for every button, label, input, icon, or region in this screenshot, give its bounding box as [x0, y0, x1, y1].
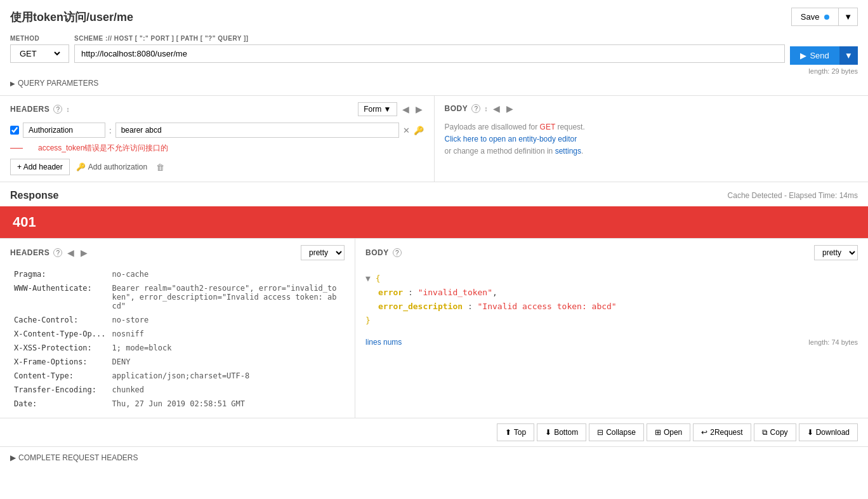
to-request-button[interactable]: ↩ 2Request [693, 423, 751, 441]
save-dot-indicator [824, 15, 829, 20]
url-section: SCHEME :// HOST [ ":" PORT ] [ PATH [ "?… [74, 35, 785, 63]
query-params-label: QUERY PARAMETERS [18, 79, 98, 88]
resp-header-row: Pragma:no-cache [11, 268, 343, 281]
response-header-row: Response Cache Detected - Elapsed Time: … [10, 190, 858, 201]
header-checkbox[interactable] [10, 126, 19, 135]
save-btn-group: Save ▼ [791, 8, 858, 26]
collapse-arrow[interactable]: ▼ [365, 274, 371, 283]
json-error-key: error [378, 288, 403, 297]
resp-header-key: Date: [11, 397, 109, 410]
lines-nums-link[interactable]: lines nums [365, 338, 402, 347]
method-label: METHOD [10, 35, 69, 42]
resp-header-row: WWW-Authenticate:Bearer realm="oauth2-re… [11, 282, 343, 312]
body-panel-title: BODY [445, 104, 468, 113]
headers-sort-icon[interactable]: ↕ [66, 105, 70, 113]
json-code: ▼ { error : "invalid_token", error_descr… [365, 267, 858, 333]
json-close-brace: } [365, 316, 371, 325]
resp-header-key: Cache-Control: [11, 314, 109, 326]
page-title: 使用token访问/user/me [10, 10, 133, 25]
resp-body-title: BODY [365, 248, 389, 257]
method-section: METHOD GET POST PUT DELETE PATCH [10, 35, 69, 63]
query-params-toggle[interactable]: ▶ QUERY PARAMETERS [10, 79, 858, 88]
resp-body-help-icon[interactable]: ? [393, 248, 402, 257]
body-help-icon[interactable]: ? [471, 104, 480, 113]
entity-body-link[interactable]: Click here to open an entity-body editor [445, 135, 577, 143]
body-panel-header: BODY ? ↕ ◀ ▶ [445, 102, 858, 115]
complete-headers-label: COMPLETE REQUEST HEADERS [18, 453, 138, 462]
add-btns-row: + Add header 🔑 Add authorization 🗑 [10, 159, 424, 175]
resp-header-row: X-XSS-Protection:1; mode=block [11, 342, 343, 354]
bottom-icon: ⬇ [545, 428, 551, 437]
resp-headers-title: HEADERS [10, 248, 49, 257]
resp-headers-help-icon[interactable]: ? [53, 248, 62, 257]
length-info: length: 29 bytes [10, 67, 858, 75]
resp-header-value: nosniff [110, 328, 344, 340]
resp-header-key: X-XSS-Protection: [11, 342, 109, 354]
body-panel: BODY ? ↕ ◀ ▶ Payloads are disallowed for… [435, 96, 869, 182]
header-key-input[interactable] [23, 123, 105, 138]
copy-button[interactable]: ⧉ Copy [754, 423, 796, 441]
body-sort-icon[interactable]: ↕ [484, 105, 488, 112]
url-label: SCHEME :// HOST [ ":" PORT ] [ PATH [ "?… [74, 35, 785, 42]
json-error-value: "invalid_token" [418, 288, 492, 297]
collapse-button[interactable]: ⊟ Collapse [589, 423, 644, 441]
resp-header-row: X-Content-Type-Op...nosniff [11, 328, 343, 340]
resp-headers-table: Pragma:no-cacheWWW-Authenticate:Bearer r… [10, 267, 345, 411]
resp-header-value: chunked [110, 383, 344, 396]
title-row: 使用token访问/user/me Save ▼ [10, 8, 858, 26]
resp-header-key: X-Frame-Options: [11, 356, 109, 368]
save-dropdown-button[interactable]: ▼ [838, 8, 858, 26]
body-collapse-right[interactable]: ▶ [505, 102, 515, 115]
headers-help-icon[interactable]: ? [53, 105, 62, 114]
headers-body-section: HEADERS ? ↕ Form ▼ ◀ ▶ : ✕ 🔑 access_toke… [0, 96, 868, 182]
query-params-row: ▶ QUERY PARAMETERS [10, 79, 858, 88]
dash-line [10, 148, 23, 149]
headers-form-dropdown[interactable]: Form ▼ [358, 102, 397, 116]
resp-header-row: Date:Thu, 27 Jun 2019 02:58:51 GMT [11, 397, 343, 410]
delete-icon[interactable]: 🗑 [156, 163, 164, 172]
headers-panel-title: HEADERS [10, 105, 49, 114]
resp-body-length: length: 74 bytes [808, 338, 858, 346]
save-button[interactable]: Save [791, 8, 838, 26]
method-select-container[interactable]: GET POST PUT DELETE PATCH [10, 44, 69, 63]
json-desc-row: error_description : "Invalid access toke… [365, 302, 617, 311]
settings-link[interactable]: settings [555, 147, 581, 156]
header-value-input[interactable] [115, 123, 399, 138]
resp-header-row: Content-Type:application/json;charset=UT… [11, 369, 343, 382]
bottom-button[interactable]: ⬇ Bottom [537, 423, 586, 441]
resp-body-pretty-dropdown[interactable]: pretty raw [814, 245, 858, 260]
add-header-button[interactable]: + Add header [10, 159, 70, 175]
resp-header-value: DENY [110, 356, 344, 368]
open-button[interactable]: ⊞ Open [647, 423, 690, 441]
resp-header-row: Cache-Control:no-store [11, 314, 343, 326]
resp-headers-collapse-right[interactable]: ▶ [79, 246, 89, 259]
resp-headers-collapse-left[interactable]: ◀ [66, 246, 76, 259]
body-collapse-left[interactable]: ◀ [492, 102, 501, 115]
resp-header-value: no-store [110, 314, 344, 326]
download-button[interactable]: ⬇ Download [799, 423, 858, 441]
resp-body-panel: BODY ? pretty raw ▼ { error : "invalid_t… [355, 239, 868, 418]
json-desc-key: error_description [378, 302, 463, 311]
headers-collapse-right[interactable]: ▶ [414, 103, 424, 116]
complete-headers-toggle[interactable]: ▶ COMPLETE REQUEST HEADERS [10, 453, 858, 462]
key-icon[interactable]: 🔑 [414, 126, 424, 135]
add-auth-button[interactable]: 🔑 Add authorization [76, 163, 147, 171]
resp-header-key: Pragma: [11, 268, 109, 281]
status-bar: 401 [0, 206, 868, 238]
method-select[interactable]: GET POST PUT DELETE PATCH [17, 48, 62, 59]
header-row-auth: : ✕ 🔑 [10, 123, 424, 138]
clear-icon[interactable]: ✕ [403, 126, 410, 135]
url-input[interactable] [74, 44, 785, 63]
resp-header-value: no-cache [110, 268, 344, 281]
header-colon: : [109, 126, 112, 135]
top-button[interactable]: ⬆ Top [497, 423, 534, 441]
bottom-toolbar: ⬆ Top ⬇ Bottom ⊟ Collapse ⊞ Open ↩ 2Requ… [0, 418, 868, 446]
get-text: GET [540, 123, 555, 131]
send-btn-group: ▶ Send ▼ [790, 46, 858, 65]
resp-headers-pretty-dropdown[interactable]: pretty raw [301, 245, 345, 260]
headers-collapse-left[interactable]: ◀ [401, 103, 411, 116]
resp-header-key: X-Content-Type-Op... [11, 328, 109, 340]
response-panels: HEADERS ? ◀ ▶ pretty raw Pragma:no-cache… [0, 238, 868, 418]
send-dropdown-button[interactable]: ▼ [839, 46, 858, 65]
send-button[interactable]: ▶ Send [790, 46, 839, 65]
